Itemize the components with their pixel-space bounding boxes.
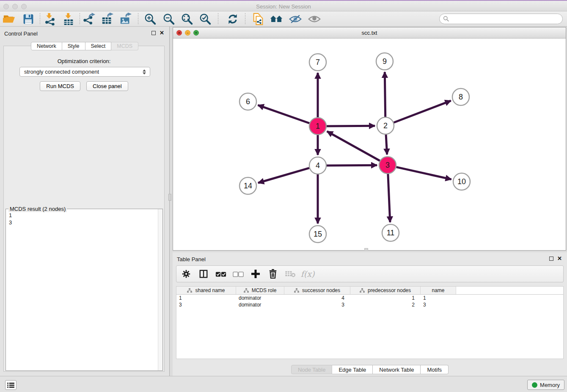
toolbar-separator (80, 13, 80, 25)
control-panel-tabs: NetworkStyleSelectMCDS (0, 42, 169, 50)
run-mcds-button[interactable]: Run MCDS (40, 81, 80, 91)
column-header-predecessor-nodes[interactable]: predecessor nodes (350, 287, 421, 294)
graph-edge-2-9[interactable] (385, 72, 385, 117)
task-history-button[interactable] (5, 380, 17, 390)
show-hidden-button[interactable] (307, 12, 322, 26)
tab-select[interactable]: Select (85, 42, 112, 50)
search-icon (443, 16, 449, 22)
node-table[interactable]: shared nameMCDS rolesuccessor nodesprede… (176, 286, 564, 359)
graph-edge-4-3[interactable] (327, 165, 377, 166)
new-network-from-selection-button[interactable] (251, 12, 265, 26)
search-input[interactable] (449, 15, 562, 23)
graph-edge-3-11[interactable] (388, 174, 390, 222)
tab-node-table[interactable]: Node Table (291, 365, 333, 374)
zoom-in-button[interactable] (143, 12, 157, 26)
column-header-name[interactable]: name (421, 287, 456, 294)
control-panel-header: Control Panel ✕ (0, 27, 169, 40)
tab-edge-table[interactable]: Edge Table (332, 365, 373, 374)
zoom-selected-button[interactable] (198, 12, 212, 26)
table-cell[interactable]: 2 (350, 301, 421, 308)
result-scrollbar[interactable] (158, 209, 162, 370)
toolbar-separator (218, 13, 218, 25)
table-cell[interactable]: 1 (350, 295, 421, 301)
table-panel-header: Table Panel ✕ (173, 252, 567, 266)
delete-column-button[interactable] (267, 268, 278, 279)
search-box[interactable] (439, 14, 563, 24)
graph-edge-1-6[interactable] (258, 105, 310, 123)
graph-edge-4-14[interactable] (258, 168, 309, 183)
float-panel-icon[interactable] (151, 31, 156, 35)
table-cell[interactable]: 1 (421, 295, 456, 301)
refresh-button[interactable] (226, 12, 240, 26)
table-row[interactable]: 3dominator323 (176, 301, 563, 308)
table-settings-button[interactable] (181, 268, 192, 279)
graph-edge-2-8[interactable] (394, 101, 451, 123)
table-cell[interactable]: 4 (284, 295, 350, 301)
table-cell[interactable]: 3 (284, 301, 350, 308)
control-panel-title: Control Panel (4, 30, 38, 37)
import-network-button[interactable] (42, 12, 57, 26)
table-cell[interactable]: 1 (176, 295, 236, 301)
network-window-titlebar[interactable]: ✕ − + scc.txt (173, 28, 566, 39)
column-label: MCDS role (252, 287, 277, 293)
deselect-all-rows-button[interactable] (233, 268, 244, 279)
panel-divider-grip[interactable] (168, 194, 171, 201)
tab-style[interactable]: Style (62, 42, 85, 50)
export-image-button[interactable] (118, 12, 133, 26)
save-session-button[interactable] (21, 12, 36, 26)
column-header-successor-nodes[interactable]: successor nodes (284, 287, 350, 294)
column-label: successor nodes (302, 287, 340, 293)
home-neighbors-button[interactable] (269, 12, 284, 26)
delete-table-button[interactable] (285, 268, 296, 279)
table-panel: Table Panel ✕ (173, 252, 567, 376)
optimization-criterion-label: Optimization criterion: (4, 58, 164, 64)
memory-button[interactable]: Memory (527, 380, 564, 390)
table-cell[interactable]: 3 (176, 301, 236, 308)
tab-network[interactable]: Network (31, 42, 62, 50)
network-canvas[interactable]: 7968124314101511 (173, 39, 566, 250)
zoom-fit-button[interactable] (180, 12, 194, 26)
plus-icon (250, 269, 261, 279)
import-table-button[interactable] (61, 12, 76, 26)
eye-icon (308, 14, 321, 25)
tab-motifs[interactable]: Motifs (421, 365, 449, 374)
function-builder-button[interactable]: f(x) (302, 268, 313, 279)
zoom-out-button[interactable] (162, 12, 176, 26)
graph-edge-2-3[interactable] (386, 135, 387, 155)
graph-edge-3-1[interactable] (327, 131, 380, 161)
clear-checks-icon (233, 271, 244, 277)
eye-slash-icon (289, 14, 302, 25)
graph-edge-3-10[interactable] (396, 167, 451, 179)
column-header-MCDS-role[interactable]: MCDS role (236, 287, 284, 294)
float-table-panel-icon[interactable] (549, 257, 553, 261)
create-column-button[interactable] (250, 268, 261, 279)
column-header-shared-name[interactable]: shared name (176, 287, 236, 294)
close-panel-icon[interactable]: ✕ (160, 30, 164, 36)
graph-edge-1-2[interactable] (327, 126, 375, 126)
import-table-icon (62, 13, 75, 25)
criterion-dropdown[interactable]: strongly connected component (19, 67, 150, 77)
tab-mcds[interactable]: MCDS (111, 42, 138, 50)
gear-icon (182, 269, 191, 279)
hide-selected-button[interactable] (288, 12, 303, 26)
show-columns-button[interactable] (198, 268, 209, 279)
window-title: Session: New Session (0, 3, 567, 10)
table-row[interactable]: 1dominator411 (176, 295, 563, 301)
export-network-button[interactable] (82, 12, 96, 26)
open-file-button[interactable] (2, 12, 16, 26)
export-table-button[interactable] (100, 12, 115, 26)
export-network-icon (83, 13, 96, 25)
memory-status-icon (532, 382, 537, 388)
control-panel: Control Panel ✕ NetworkStyleSelectMCDS O… (0, 27, 170, 376)
tab-network-table[interactable]: Network Table (373, 365, 421, 374)
network-scroll-grip[interactable] (364, 248, 368, 251)
close-panel-button[interactable]: Close panel (86, 81, 128, 91)
network-graph[interactable]: 7968124314101511 (173, 39, 566, 250)
select-all-rows-button[interactable] (215, 268, 226, 279)
close-table-panel-icon[interactable]: ✕ (557, 256, 562, 261)
mcds-result-list[interactable]: 13 (6, 210, 158, 370)
table-cell[interactable]: 3 (421, 301, 456, 308)
table-cell[interactable]: dominator (236, 295, 284, 301)
graph-node-label-6: 6 (246, 97, 250, 106)
table-cell[interactable]: dominator (236, 301, 284, 308)
